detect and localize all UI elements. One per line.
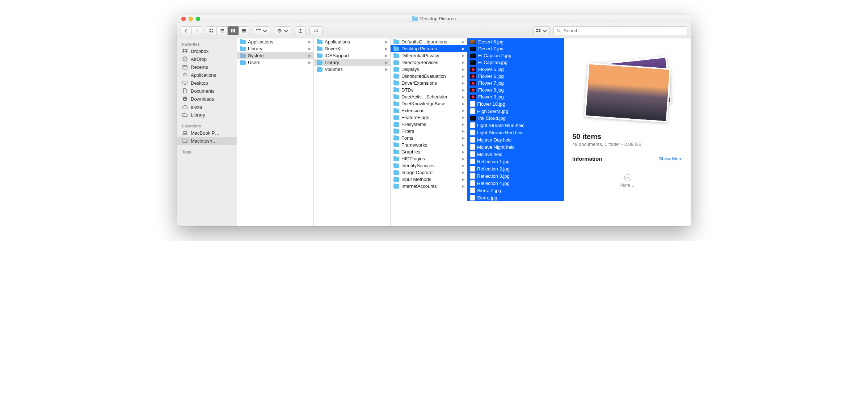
list-item[interactable]: Applications▶ [237, 38, 313, 45]
list-item[interactable]: Extensions▶ [391, 107, 467, 114]
list-item[interactable]: Mojave Night.heic [467, 143, 564, 151]
svg-rect-0 [210, 29, 211, 30]
list-item[interactable]: FeatureFlags▶ [391, 114, 467, 121]
list-item[interactable]: Sierra.jpg [467, 194, 564, 201]
column-2[interactable]: Applications▶DriverKit▶iOSSupport▶Librar… [314, 38, 391, 226]
more-actions[interactable]: ••• More… [572, 174, 683, 188]
list-item[interactable]: Desert 7.jpg [467, 45, 564, 52]
list-item[interactable]: DistributedEvaluation▶ [391, 73, 467, 80]
list-item[interactable]: Library▶ [314, 59, 390, 66]
list-item[interactable]: iOSSupport▶ [314, 52, 390, 59]
list-item[interactable]: DriverExtensions▶ [391, 80, 467, 87]
group-by-button[interactable] [253, 26, 270, 35]
list-item[interactable]: Mojave Day.heic [467, 136, 564, 143]
more-icon: ••• [624, 174, 631, 181]
share-button[interactable] [295, 26, 306, 35]
list-item[interactable]: System▶ [237, 52, 313, 59]
list-item[interactable]: Desert 6.jpg [467, 38, 564, 45]
close-button[interactable] [181, 17, 186, 21]
list-view-button[interactable] [217, 26, 228, 35]
sidebar-item-macintosh-[interactable]: Macintosh… [177, 137, 237, 145]
action-button[interactable] [274, 26, 291, 35]
list-item[interactable]: Flower 6.jpg [467, 73, 564, 80]
sidebar-section-tags: Tags [177, 148, 237, 155]
list-item[interactable]: Library▶ [237, 45, 313, 52]
sidebar-item-documents[interactable]: Documents [177, 87, 237, 95]
dropbox-button[interactable] [533, 26, 550, 35]
list-item[interactable]: Flower 8.jpg [467, 87, 564, 93]
list-item[interactable]: High Sierra.jpg [467, 107, 564, 115]
list-item[interactable]: Desktop Pictures▶ [391, 45, 467, 52]
list-item[interactable]: Reflection 4.jpg [467, 180, 564, 187]
forward-button[interactable] [191, 26, 202, 35]
list-item[interactable]: Sierra 2.jpg [467, 187, 564, 194]
list-item[interactable]: DefaultsC…igurations▶ [391, 38, 467, 45]
list-item[interactable]: Filters▶ [391, 128, 467, 135]
list-item[interactable]: Applications▶ [314, 38, 390, 45]
list-item[interactable]: Reflection 1.jpg [467, 158, 564, 165]
svg-point-19 [279, 30, 280, 31]
sidebar-item-dropbox[interactable]: Dropbox [177, 47, 237, 55]
list-item[interactable]: Fonts▶ [391, 135, 467, 142]
list-item[interactable]: DuetActiv…Scheduler▶ [391, 93, 467, 100]
svg-rect-17 [260, 29, 261, 30]
list-item[interactable]: DriverKit▶ [314, 45, 390, 52]
maximize-button[interactable] [196, 17, 200, 21]
list-item[interactable]: HIDPlugins▶ [391, 155, 467, 162]
list-item[interactable]: DirectoryServices▶ [391, 59, 467, 66]
back-button[interactable] [181, 26, 191, 35]
list-item[interactable]: Flower 5.jpg [467, 66, 564, 73]
search-icon [557, 28, 561, 33]
sidebar-item-airdrop[interactable]: AirDrop [177, 55, 237, 63]
search-field[interactable] [553, 26, 687, 35]
list-item[interactable]: Volumes▶ [314, 66, 390, 73]
list-item[interactable]: Ink Cloud.jpg [467, 115, 564, 122]
tags-button[interactable] [309, 26, 323, 35]
show-more-link[interactable]: Show More [659, 156, 683, 161]
preview-info-label: Information [572, 156, 602, 162]
list-item[interactable]: DTDs▶ [391, 87, 467, 93]
svg-point-33 [186, 142, 187, 142]
icon-view-button[interactable] [206, 26, 217, 35]
search-input[interactable] [564, 28, 684, 33]
more-label: More… [572, 183, 683, 188]
list-item[interactable]: Flower 10.jpg [467, 100, 564, 107]
list-item[interactable]: El Capitan.jpg [467, 59, 564, 66]
sidebar-item-alexa[interactable]: alexa [177, 103, 237, 111]
list-item[interactable]: Light Stream Blue.heic [467, 122, 564, 129]
list-item[interactable]: Mojave.heic [467, 151, 564, 158]
sidebar-item-macbook-p-[interactable]: MacBook P… [177, 129, 237, 137]
list-item[interactable]: Reflection 2.jpg [467, 165, 564, 172]
list-item[interactable]: Flower 9.jpg [467, 93, 564, 100]
list-item[interactable]: Image Capture▶ [391, 169, 467, 176]
list-item[interactable]: Graphics▶ [391, 148, 467, 155]
list-item[interactable]: Displays▶ [391, 66, 467, 73]
sidebar-item-library[interactable]: Library [177, 111, 237, 119]
column-1[interactable]: Applications▶Library▶System▶Users▶ [237, 38, 314, 226]
column-view-button[interactable] [228, 26, 239, 35]
list-item[interactable]: Frameworks▶ [391, 142, 467, 148]
svg-point-24 [185, 59, 185, 59]
list-item[interactable]: Light Stream Red.heic [467, 129, 564, 136]
column-4[interactable]: Desert 6.jpgDesert 7.jpgEl Capitan 2.jpg… [467, 38, 564, 226]
list-item[interactable]: InternetAccounts▶ [391, 183, 467, 190]
svg-rect-9 [234, 29, 235, 32]
list-item[interactable]: El Capitan 2.jpg [467, 52, 564, 59]
sidebar-item-applications[interactable]: Applications [177, 71, 237, 79]
list-item[interactable]: Input Methods▶ [391, 176, 467, 183]
column-browser: Applications▶Library▶System▶Users▶ Appli… [237, 38, 691, 226]
list-item[interactable]: Flower 7.jpg [467, 80, 564, 87]
gallery-view-button[interactable] [239, 26, 249, 35]
list-item[interactable]: Users▶ [237, 59, 313, 66]
sidebar-item-desktop[interactable]: Desktop [177, 79, 237, 87]
sidebar-item-downloads[interactable]: Downloads [177, 95, 237, 103]
list-item[interactable]: Filesystems▶ [391, 121, 467, 128]
list-item[interactable]: IdentityServices▶ [391, 162, 467, 169]
sidebar-item-recents[interactable]: Recents [177, 63, 237, 71]
minimize-button[interactable] [189, 17, 193, 21]
preview-subtitle: 49 documents, 1 folder - 2.09 GB [572, 142, 683, 147]
list-item[interactable]: Reflection 3.jpg [467, 172, 564, 180]
list-item[interactable]: DifferentialPrivacy▶ [391, 52, 467, 59]
column-3[interactable]: DefaultsC…igurations▶Desktop Pictures▶Di… [391, 38, 467, 226]
list-item[interactable]: DuetKnowledgeBase▶ [391, 100, 467, 107]
